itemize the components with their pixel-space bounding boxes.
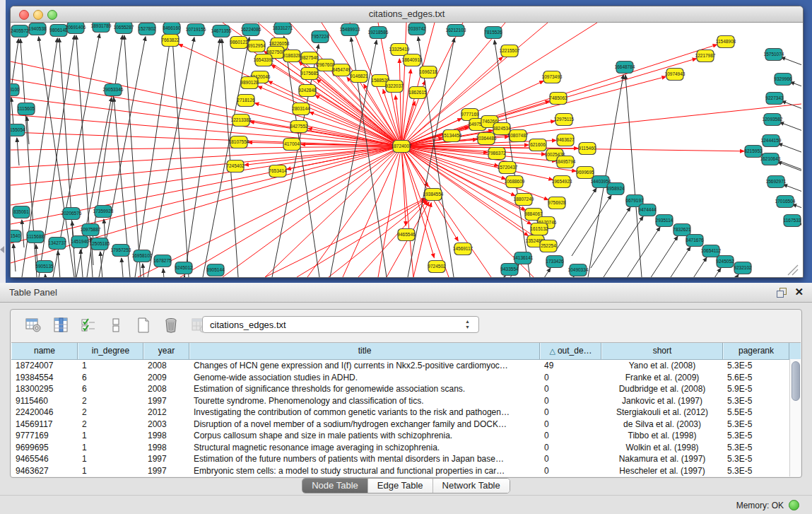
- delete-table-icon[interactable]: [161, 315, 181, 335]
- graph-node[interactable]: 18640910: [402, 54, 423, 66]
- column-header-in_degree[interactable]: in_degree: [78, 343, 143, 359]
- graph-node[interactable]: 15720437: [498, 162, 518, 174]
- graph-node[interactable]: 10688609: [505, 176, 525, 188]
- graph-node[interactable]: 1696218: [419, 66, 437, 78]
- column-header-pagerank[interactable]: pagerank: [723, 343, 789, 359]
- graph-node[interactable]: 7245402: [226, 160, 245, 173]
- table-row[interactable]: 946554611997Estimation of the future num…: [11, 453, 801, 465]
- graph-node[interactable]: 1940538: [28, 23, 47, 35]
- graph-node[interactable]: 29053346: [103, 84, 124, 96]
- resize-grip-icon[interactable]: [788, 265, 798, 275]
- graph-node[interactable]: 18331271: [273, 23, 293, 35]
- graph-node[interactable]: 1527802: [138, 23, 156, 35]
- graph-node[interactable]: 1342737: [48, 238, 66, 250]
- tab-node-table[interactable]: Node Table: [302, 479, 368, 493]
- graph-node[interactable]: 19384554: [423, 189, 444, 201]
- graph-node[interactable]: 9242848: [298, 85, 317, 97]
- graph-node[interactable]: 12213383: [231, 115, 252, 127]
- graph-node[interactable]: 9463627: [556, 134, 575, 146]
- graph-node[interactable]: 8905144: [206, 264, 225, 276]
- graph-node[interactable]: 16543392: [254, 54, 274, 66]
- graph-node[interactable]: 621606: [529, 139, 546, 151]
- graph-node[interactable]: 9329966: [774, 74, 792, 86]
- graph-node[interactable]: 19218586: [368, 27, 389, 39]
- table-settings-icon[interactable]: [23, 315, 43, 335]
- graph-node[interactable]: 9756928: [548, 197, 566, 209]
- graph-node[interactable]: 16648784: [615, 62, 635, 74]
- table-scrollbar[interactable]: [789, 359, 801, 477]
- graph-node[interactable]: 9146821: [350, 71, 368, 83]
- graph-node[interactable]: 14671355: [211, 25, 232, 37]
- graph-node[interactable]: 17957253: [111, 245, 131, 257]
- graph-node[interactable]: 18807249: [514, 194, 534, 206]
- graph-node[interactable]: 8958924: [606, 183, 625, 195]
- graph-node[interactable]: 20206576: [61, 208, 82, 220]
- graph-node[interactable]: 9115460: [579, 143, 596, 155]
- table-row[interactable]: 2242004622012Investigating the contribut…: [11, 407, 801, 419]
- graph-node[interactable]: 2405572: [11, 25, 29, 37]
- graph-node[interactable]: 9322037: [385, 81, 404, 93]
- graph-node[interactable]: 16212103: [446, 25, 466, 37]
- graph-node[interactable]: 18724007: [392, 141, 412, 153]
- graph-node[interactable]: 7832621: [673, 224, 691, 236]
- graph-node[interactable]: 2603100: [11, 84, 20, 96]
- table-row[interactable]: 1456911722003Disruption of a novel membe…: [11, 419, 801, 431]
- graph-node[interactable]: 10490334: [568, 264, 589, 276]
- graph-node[interactable]: 1167533: [784, 215, 801, 227]
- graph-node[interactable]: 9860123: [230, 37, 248, 49]
- new-table-icon[interactable]: [134, 315, 153, 335]
- column-header-out_de[interactable]: △out_de…: [540, 343, 601, 359]
- graph-node[interactable]: 9232102: [734, 262, 752, 274]
- graph-node[interactable]: 17016504: [775, 196, 796, 208]
- graph-node[interactable]: 7957224: [311, 31, 329, 43]
- graph-node[interactable]: 7815526: [484, 27, 502, 39]
- graph-node[interactable]: 417004: [283, 139, 300, 151]
- graph-node[interactable]: 8454749: [332, 64, 351, 76]
- graph-node[interactable]: 2803144: [292, 103, 310, 115]
- graph-node[interactable]: 1115605: [18, 103, 35, 115]
- network-window-titlebar[interactable]: citations_edges.txt: [11, 6, 803, 23]
- graph-node[interactable]: 9890128: [240, 77, 259, 89]
- graph-node[interactable]: 2935114: [656, 215, 673, 227]
- graph-node[interactable]: 7986372: [488, 148, 506, 160]
- graph-node[interactable]: 1115688: [27, 231, 45, 243]
- graph-node[interactable]: 18495794: [555, 156, 576, 168]
- graph-node[interactable]: 12093582: [763, 114, 783, 126]
- graph-node[interactable]: 14569117: [453, 243, 473, 255]
- panel-collapse-arrow-icon[interactable]: [0, 246, 4, 253]
- graph-node[interactable]: 8471676: [686, 235, 704, 247]
- graph-node[interactable]: 9474444: [638, 204, 657, 216]
- graph-node[interactable]: 7485063: [549, 93, 567, 105]
- graph-node[interactable]: 11548908: [716, 36, 736, 48]
- table-scrollbar-thumb[interactable]: [792, 361, 800, 401]
- graph-node[interactable]: 16210643: [760, 153, 781, 165]
- graph-node[interactable]: 2039742: [408, 23, 426, 35]
- graph-node[interactable]: 1451940: [71, 236, 89, 248]
- graph-node[interactable]: 10654112: [701, 245, 722, 257]
- column-header-title[interactable]: title: [189, 343, 540, 359]
- table-row[interactable]: 1938455462009Genome-wide association stu…: [11, 372, 801, 384]
- graph-node[interactable]: 17359928: [93, 206, 114, 218]
- table-row[interactable]: 946362711997Embryonic stem cells: a mode…: [11, 465, 801, 477]
- graph-node[interactable]: 2718126: [237, 95, 255, 107]
- select-all-icon[interactable]: [78, 315, 98, 335]
- graph-node[interactable]: 16958107: [132, 250, 153, 262]
- graph-node[interactable]: 12217987: [695, 50, 716, 62]
- graph-node[interactable]: 12444159: [761, 135, 782, 147]
- show-columns-icon[interactable]: [51, 315, 71, 335]
- graph-node[interactable]: 9245012: [175, 262, 193, 274]
- graph-node[interactable]: 9724502: [428, 261, 446, 273]
- table-row[interactable]: 969969511998Structural magnetic resonanc…: [11, 442, 801, 454]
- graph-node[interactable]: 9465546: [397, 229, 416, 241]
- table-row[interactable]: 1872400712008Changes of HCN gene express…: [11, 360, 801, 372]
- graph-node[interactable]: 7653414: [269, 165, 287, 177]
- graph-node[interactable]: 8215953: [744, 146, 763, 158]
- graph-node[interactable]: 10975887: [81, 224, 101, 236]
- table-row[interactable]: 911546021997Tourette syndrome. Phenomeno…: [11, 395, 801, 407]
- unselect-all-icon[interactable]: [106, 315, 126, 335]
- graph-node[interactable]: 9155054: [11, 124, 25, 136]
- graph-node[interactable]: 14136141: [513, 252, 534, 264]
- graph-node[interactable]: 10807487: [508, 130, 529, 142]
- graph-node[interactable]: 8466160: [163, 23, 181, 35]
- graph-node[interactable]: 835061: [13, 206, 30, 218]
